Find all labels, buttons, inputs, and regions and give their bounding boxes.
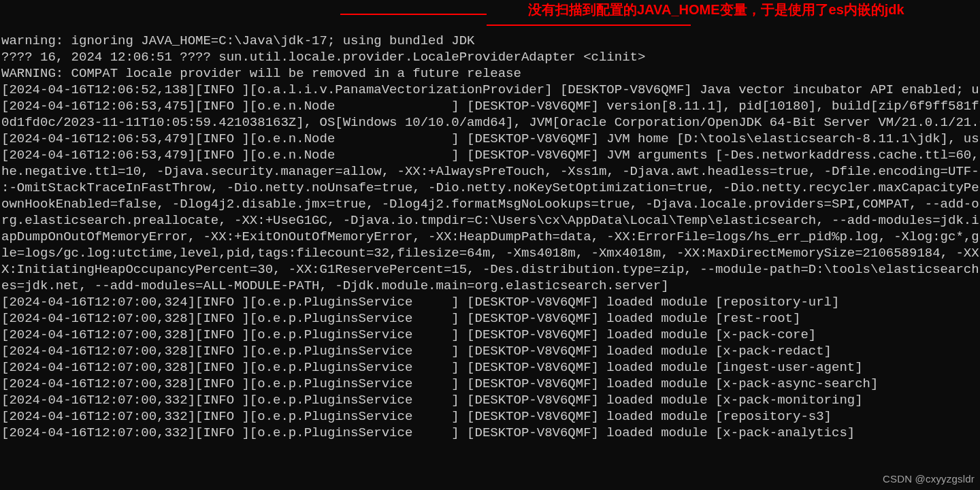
log-line: [2024-04-16T12:07:00,328][INFO ][o.e.p.P… (1, 327, 979, 343)
log-line: he.negative.ttl=10, -Djava.security.mana… (1, 163, 979, 180)
log-line: [2024-04-16T12:07:00,328][INFO ][o.e.p.P… (1, 359, 979, 376)
log-line: [2024-04-16T12:06:53,479][INFO ][o.e.n.N… (1, 131, 979, 147)
log-line: ???? 16, 2024 12:06:51 ???? sun.util.loc… (1, 49, 979, 65)
terminal-output[interactable]: warning: ignoring JAVA_HOME=C:\Java\jdk-… (0, 0, 980, 490)
log-line: [2024-04-16T12:07:00,328][INFO ][o.e.p.P… (1, 376, 979, 392)
log-line: 0d1fd0c/2023-11-11T10:05:59.421038163Z],… (1, 114, 979, 131)
log-line: es=jdk.net, --add-modules=ALL-MODULE-PAT… (1, 278, 979, 294)
log-line: rg.elasticsearch.preallocate, -XX:+UseG1… (1, 212, 979, 229)
log-line: [2024-04-16T12:07:00,332][INFO ][o.e.p.P… (1, 408, 979, 425)
log-line: X:InitiatingHeapOccupancyPercent=30, -XX… (1, 261, 979, 278)
log-line: [2024-04-16T12:07:00,332][INFO ][o.e.p.P… (1, 392, 979, 408)
log-line: [2024-04-16T12:06:52,138][INFO ][o.a.l.i… (1, 82, 979, 98)
log-line: [2024-04-16T12:07:00,328][INFO ][o.e.p.P… (1, 310, 979, 327)
log-line: [2024-04-16T12:06:53,479][INFO ][o.e.n.N… (1, 147, 979, 163)
log-line: [2024-04-16T12:06:53,475][INFO ][o.e.n.N… (1, 98, 979, 114)
annotation-text: 没有扫描到配置的JAVA_HOME变量，于是使用了es内嵌的jdk (528, 1, 904, 18)
log-line: :-OmitStackTraceInFastThrow, -Dio.netty.… (1, 180, 979, 196)
watermark: CSDN @cxyyzgsldr (883, 471, 975, 487)
log-line: WARNING: COMPAT locale provider will be … (1, 65, 979, 82)
log-line: warning: ignoring JAVA_HOME=C:\Java\jdk-… (1, 33, 979, 49)
log-line: [2024-04-16T12:07:00,332][INFO ][o.e.p.P… (1, 425, 979, 441)
log-line: [2024-04-16T12:07:00,328][INFO ][o.e.p.P… (1, 343, 979, 359)
log-line: le=logs/gc.log:utctime,level,pid,tags:fi… (1, 245, 979, 261)
log-line: ownHookEnabled=false, -Dlog4j2.disable.j… (1, 196, 979, 212)
log-lines: warning: ignoring JAVA_HOME=C:\Java\jdk-… (1, 33, 979, 441)
underline-annotation (340, 14, 487, 15)
log-line: apDumpOnOutOfMemoryError, -XX:+ExitOnOut… (1, 229, 979, 245)
log-line: [2024-04-16T12:07:00,324][INFO ][o.e.p.P… (1, 294, 979, 310)
dash-annotation (487, 24, 691, 26)
